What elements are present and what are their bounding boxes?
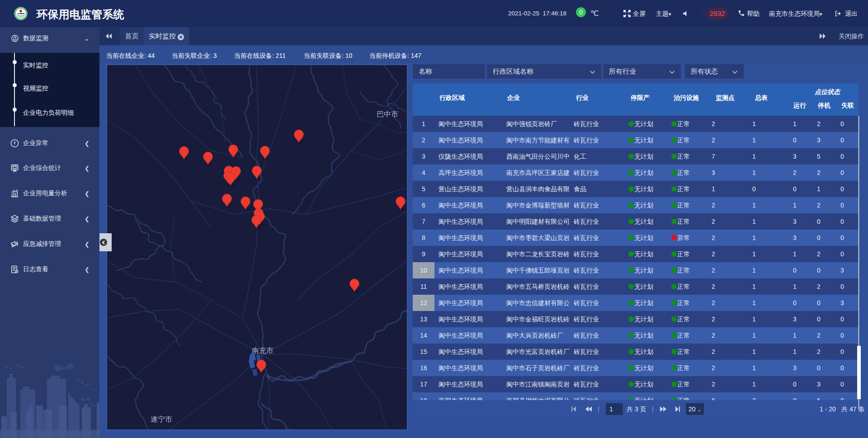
svg-text:巴中市: 巴中市: [377, 110, 398, 118]
svg-text:南充市: 南充市: [252, 347, 274, 354]
svg-text:遂宁市: 遂宁市: [151, 415, 172, 423]
